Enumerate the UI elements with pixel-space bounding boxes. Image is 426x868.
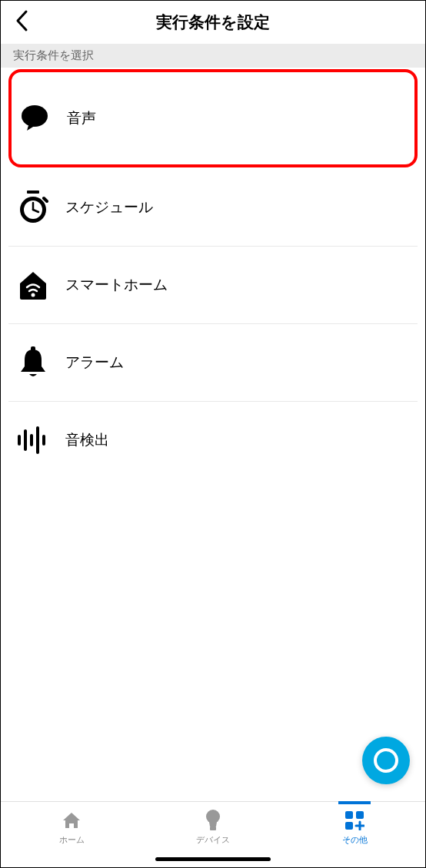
condition-list: 音声 スケジュール スマートホーム bbox=[1, 69, 425, 479]
alexa-icon bbox=[373, 747, 399, 774]
chevron-left-icon bbox=[15, 9, 28, 32]
home-indicator[interactable] bbox=[155, 857, 271, 861]
back-button[interactable] bbox=[15, 9, 28, 35]
item-label: スマートホーム bbox=[65, 275, 168, 295]
page-title: 実行条件を設定 bbox=[156, 12, 270, 33]
item-label: スケジュール bbox=[65, 197, 153, 217]
nav-more[interactable]: その他 bbox=[284, 802, 425, 867]
header: 実行条件を設定 bbox=[1, 1, 425, 44]
item-label: アラーム bbox=[65, 353, 124, 373]
svg-point-15 bbox=[206, 810, 220, 823]
svg-rect-19 bbox=[345, 822, 353, 830]
alexa-fab-button[interactable] bbox=[362, 737, 410, 784]
svg-rect-8 bbox=[31, 346, 35, 351]
svg-rect-13 bbox=[42, 435, 45, 446]
svg-rect-16 bbox=[210, 827, 216, 830]
alarm-icon bbox=[15, 346, 52, 379]
nav-label: ホーム bbox=[59, 834, 85, 846]
svg-rect-17 bbox=[345, 811, 353, 819]
nav-home[interactable]: ホーム bbox=[1, 802, 142, 867]
nav-label: デバイス bbox=[196, 834, 230, 846]
item-label: 音検出 bbox=[65, 430, 109, 450]
svg-rect-1 bbox=[27, 190, 39, 194]
svg-rect-9 bbox=[18, 435, 21, 446]
condition-sound-detect[interactable]: 音検出 bbox=[8, 402, 418, 479]
nav-label: その他 bbox=[342, 834, 368, 846]
condition-voice[interactable]: 音声 bbox=[8, 69, 418, 167]
svg-line-6 bbox=[44, 198, 47, 201]
condition-schedule[interactable]: スケジュール bbox=[8, 169, 418, 247]
speech-bubble-icon bbox=[16, 101, 53, 135]
sound-wave-icon bbox=[15, 423, 52, 457]
condition-smarthome[interactable]: スマートホーム bbox=[8, 247, 418, 324]
smarthome-icon bbox=[15, 268, 52, 302]
svg-rect-18 bbox=[356, 811, 364, 819]
svg-point-7 bbox=[32, 293, 35, 297]
section-header: 実行条件を選択 bbox=[1, 44, 425, 68]
svg-point-0 bbox=[22, 105, 48, 127]
clock-icon bbox=[15, 190, 52, 224]
item-label: 音声 bbox=[67, 108, 96, 128]
grid-plus-icon bbox=[344, 810, 364, 831]
svg-rect-12 bbox=[36, 426, 39, 454]
svg-rect-10 bbox=[24, 429, 27, 451]
svg-point-14 bbox=[375, 750, 397, 771]
home-icon bbox=[62, 810, 82, 831]
svg-rect-11 bbox=[30, 434, 33, 446]
bulb-icon bbox=[205, 810, 221, 831]
condition-alarm[interactable]: アラーム bbox=[8, 324, 418, 402]
